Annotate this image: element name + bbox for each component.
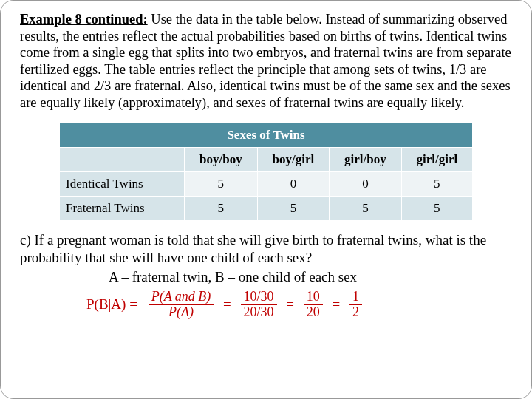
cell: 5 xyxy=(401,197,472,221)
cell: 5 xyxy=(330,197,401,221)
table-stub-header xyxy=(60,148,185,172)
formula: P(B|A) = P(A and B) P(A) = 10/30 20/30 =… xyxy=(20,290,512,320)
fraction-3: 10 20 xyxy=(304,290,323,320)
col-header: girl/girl xyxy=(401,148,472,172)
row-label: Identical Twins xyxy=(60,172,185,197)
table-title: Sexes of Twins xyxy=(60,123,473,148)
example-lead: Example 8 continued: xyxy=(20,12,148,27)
frac-den: P(A) xyxy=(149,304,214,320)
frac-num: 1 xyxy=(349,290,362,304)
equals-icon: = xyxy=(286,296,294,313)
cell: 5 xyxy=(401,172,472,197)
col-header: girl/boy xyxy=(330,148,401,172)
table-header-row: boy/boy boy/girl girl/boy girl/girl xyxy=(60,148,473,172)
row-label: Fraternal Twins xyxy=(60,197,185,221)
frac-den: 20 xyxy=(304,304,323,320)
col-header: boy/boy xyxy=(185,148,258,172)
cell: 0 xyxy=(330,172,401,197)
cell: 5 xyxy=(185,172,258,197)
frac-num: P(A and B) xyxy=(149,290,214,304)
table-row: Fraternal Twins 5 5 5 5 xyxy=(60,197,473,221)
col-header: boy/girl xyxy=(257,148,329,172)
question-text: c) If a pregnant woman is told that she … xyxy=(20,231,512,265)
frac-den: 2 xyxy=(349,304,362,320)
cell: 5 xyxy=(185,197,258,221)
event-definitions: A – fraternal twin, B – one child of eac… xyxy=(20,269,512,285)
slide-card: Example 8 continued: Use the data in the… xyxy=(0,0,532,399)
fraction-2: 10/30 20/30 xyxy=(241,290,277,320)
fraction-4: 1 2 xyxy=(349,290,362,320)
frac-num: 10/30 xyxy=(241,290,277,304)
intro-paragraph: Example 8 continued: Use the data in the… xyxy=(20,11,512,111)
table-title-row: Sexes of Twins xyxy=(60,123,473,148)
equals-icon: = xyxy=(223,296,231,313)
frac-num: 10 xyxy=(304,290,323,304)
frac-den: 20/30 xyxy=(241,304,277,320)
twins-table: Sexes of Twins boy/boy boy/girl girl/boy… xyxy=(59,123,473,221)
equals-icon: = xyxy=(332,296,341,313)
cell: 0 xyxy=(257,172,329,197)
cell: 5 xyxy=(257,197,329,221)
fraction-1: P(A and B) P(A) xyxy=(149,290,214,320)
formula-lhs: P(B|A) = xyxy=(86,296,137,313)
table-row: Identical Twins 5 0 0 5 xyxy=(60,172,473,197)
